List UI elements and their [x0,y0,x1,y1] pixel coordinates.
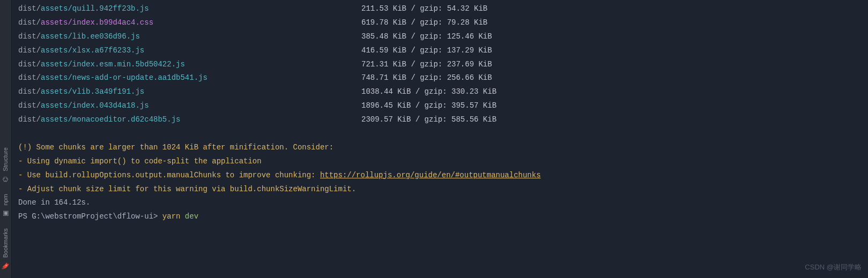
file-size: 211.53 KiB / gzip: 54.32 KiB [361,2,487,16]
sidebar-item-label: Bookmarks [0,228,11,258]
file-path: dist/assets/index.b99d4ac4.css [18,16,361,30]
rollup-chunks-link[interactable]: https://rollupjs.org/guide/en/#outputman… [320,171,541,179]
prompt-path: PS G:\webstromProject\dflow-ui> [18,210,162,224]
bookmarks-icon: 🔖 [0,261,12,269]
warning-line: - Adjust chunk size limit for this warni… [18,183,862,197]
build-output-row: dist/assets/monacoeditor.d62c48b5.js2309… [18,113,862,127]
file-size: 748.71 KiB / gzip: 256.66 KiB [361,71,492,85]
sidebar-item-label: Structure [0,147,11,171]
file-size: 1896.45 KiB / gzip: 395.57 KiB [361,99,496,113]
file-size: 619.78 KiB / gzip: 79.28 KiB [361,16,487,30]
file-size: 1038.44 KiB / gzip: 330.23 KiB [361,85,496,99]
sidebar-item-structure[interactable]: ⌬ Structure [0,143,12,190]
build-output-row: dist/assets/index.b99d4ac4.css619.78 KiB… [18,16,862,30]
file-path: dist/assets/xlsx.a67f6233.js [18,44,361,58]
file-path: dist/assets/vlib.3a49f191.js [18,85,361,99]
warning-header: (!) Some chunks are larger than 1024 KiB… [18,141,862,155]
file-size: 721.31 KiB / gzip: 237.69 KiB [361,58,492,72]
file-path: dist/assets/news-add-or-update.aa1db541.… [18,71,361,85]
build-output-row: dist/assets/quill.942ff23b.js211.53 KiB … [18,2,862,16]
build-output-row: dist/assets/xlsx.a67f6233.js416.59 KiB /… [18,44,862,58]
prompt-arg: dev [180,210,198,224]
warning-line: - Using dynamic import() to code-split t… [18,155,862,169]
sidebar-item-bookmarks[interactable]: 🔖 Bookmarks [0,224,12,276]
ide-sidebar: ⌬ Structure ▣ npm 🔖 Bookmarks [0,0,12,278]
terminal-panel[interactable]: dist/assets/quill.942ff23b.js211.53 KiB … [12,0,868,278]
file-path: dist/assets/monacoeditor.d62c48b5.js [18,113,361,127]
sidebar-item-npm[interactable]: ▣ npm [0,190,12,224]
file-path: dist/assets/index.043d4a18.js [18,99,361,113]
build-output-row: dist/assets/vlib.3a49f191.js1038.44 KiB … [18,85,862,99]
build-output-row: dist/assets/index.esm.min.5bd50422.js721… [18,58,862,72]
watermark: CSDN @谢同学略 [805,261,862,274]
build-output-row: dist/assets/lib.ee036d96.js385.48 KiB / … [18,30,862,44]
file-path: dist/assets/quill.942ff23b.js [18,2,361,16]
build-output-row: dist/assets/index.043d4a18.js1896.45 KiB… [18,99,862,113]
file-path: dist/assets/index.esm.min.5bd50422.js [18,58,361,72]
prompt-command: yarn [162,210,181,224]
structure-icon: ⌬ [0,177,12,182]
build-output-row: dist/assets/news-add-or-update.aa1db541.… [18,71,862,85]
file-path: dist/assets/lib.ee036d96.js [18,30,361,44]
file-size: 416.59 KiB / gzip: 137.29 KiB [361,44,492,58]
npm-icon: ▣ [0,211,12,216]
file-size: 2309.57 KiB / gzip: 585.56 KiB [361,113,496,127]
file-size: 385.48 KiB / gzip: 125.46 KiB [361,30,492,44]
warning-line: - Use build.rollupOptions.output.manualC… [18,169,862,183]
prompt-line[interactable]: PS G:\webstromProject\dflow-ui> yarn dev [18,210,862,224]
sidebar-item-label: npm [0,194,11,205]
done-line: Done in 164.12s. [18,196,862,210]
